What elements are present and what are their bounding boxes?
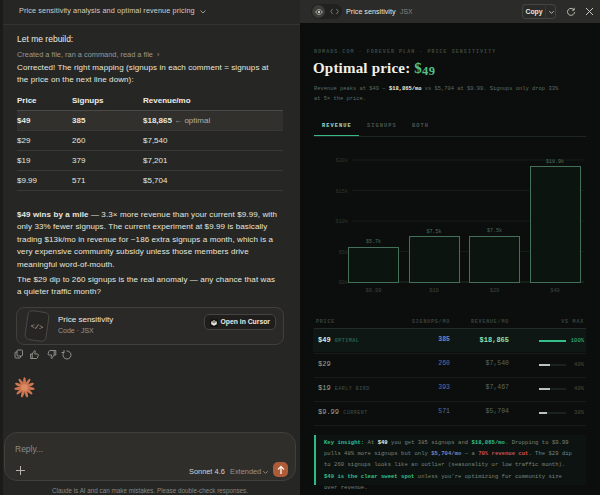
svg-text:$5.7k: $5.7k — [366, 239, 381, 245]
svg-text:$15k: $15k — [336, 189, 348, 195]
svg-text:$7.5k: $7.5k — [426, 229, 441, 235]
svg-text:$0k: $0k — [339, 280, 348, 286]
svg-text:$29: $29 — [490, 288, 500, 294]
svg-text:$5k: $5k — [339, 250, 348, 256]
svg-text:$10k: $10k — [336, 219, 348, 225]
svg-text:$20k: $20k — [336, 158, 348, 164]
svg-text:$9.99: $9.99 — [365, 288, 381, 294]
svg-text:$19: $19 — [429, 288, 439, 294]
svg-text:$7.5k: $7.5k — [487, 228, 502, 234]
svg-text:$49: $49 — [550, 288, 560, 294]
svg-text:$18.9k: $18.9k — [546, 159, 564, 165]
